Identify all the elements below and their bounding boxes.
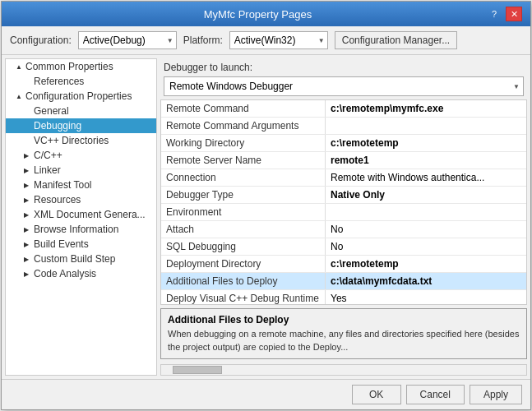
props-value-3: remote1	[326, 152, 374, 169]
props-name-0: Remote Command	[161, 100, 326, 117]
platform-select[interactable]: Active(Win32)	[229, 31, 328, 49]
props-row-10[interactable]: Additional Files to Deployc:\data\mymfcd…	[161, 273, 526, 290]
sidebar-label-xml-doc: XML Document Genera...	[34, 209, 146, 220]
tree-arrow-custom-build: ▶	[24, 256, 32, 263]
props-row-0[interactable]: Remote Commandc:\remotemp\mymfc.exe	[161, 100, 526, 118]
tree-arrow-manifest-tool: ▶	[24, 182, 32, 189]
sidebar-label-manifest-tool: Manifest Tool	[34, 179, 91, 191]
config-select-wrapper: Active(Debug)	[78, 31, 177, 49]
sidebar-item-custom-build[interactable]: ▶Custom Build Step	[6, 252, 156, 266]
props-row-4[interactable]: ConnectionRemote with Windows authentica…	[161, 169, 526, 187]
sidebar-label-linker: Linker	[34, 164, 61, 176]
props-name-10: Additional Files to Deploy	[161, 273, 326, 289]
right-panel: Debugger to launch: Remote Windows Debug…	[160, 58, 527, 376]
props-name-6: Environment	[161, 204, 326, 220]
tree-arrow-config-props: ▲	[16, 93, 24, 100]
sidebar-item-vc-dirs[interactable]: VC++ Directories	[6, 133, 156, 148]
sidebar-item-browse-info[interactable]: ▶Browse Information	[6, 222, 156, 237]
cancel-button[interactable]: Cancel	[406, 385, 465, 404]
sidebar-label-browse-info: Browse Information	[34, 224, 118, 235]
props-value-8: No	[326, 238, 348, 255]
props-row-11[interactable]: Deploy Visual C++ Debug RuntimeYes	[161, 290, 526, 305]
sidebar-item-references[interactable]: References	[6, 74, 156, 89]
props-row-9[interactable]: Deployment Directoryc:\remotetemp	[161, 256, 526, 273]
sidebar-label-debugging: Debugging	[34, 120, 81, 132]
info-panel-text: When debugging on a remote machine, any …	[168, 328, 520, 353]
scrollbar-thumb[interactable]	[173, 366, 222, 374]
title-bar: MyMfc Property Pages ? ✕	[2, 2, 530, 26]
sidebar-item-resources[interactable]: ▶Resources	[6, 192, 156, 207]
props-row-7[interactable]: AttachNo	[161, 221, 526, 238]
apply-button[interactable]: Apply	[470, 385, 522, 404]
sidebar-item-cpp[interactable]: ▶C/C++	[6, 148, 156, 163]
props-row-5[interactable]: Debugger TypeNative Only	[161, 187, 526, 204]
sidebar-tree: ▲Common PropertiesReferences▲Configurati…	[5, 58, 157, 376]
tree-arrow-linker: ▶	[24, 167, 32, 174]
props-value-6	[326, 204, 335, 220]
props-name-8: SQL Debugging	[161, 238, 326, 255]
debugger-label: Debugger to launch:	[164, 62, 252, 73]
props-value-9: c:\remotetemp	[326, 256, 404, 272]
sidebar-item-code-analysis[interactable]: ▶Code Analysis	[6, 266, 156, 281]
props-row-8[interactable]: SQL DebuggingNo	[161, 238, 526, 256]
sidebar-item-general[interactable]: General	[6, 104, 156, 118]
sidebar-item-xml-doc[interactable]: ▶XML Document Genera...	[6, 207, 156, 222]
sidebar-label-resources: Resources	[34, 194, 81, 206]
props-value-10: c:\data\mymfcdata.txt	[326, 273, 437, 289]
props-name-1: Remote Command Arguments	[161, 118, 326, 134]
configuration-select[interactable]: Active(Debug)	[78, 31, 177, 49]
props-value-7: No	[326, 221, 348, 238]
dialog-title: MyMfc Property Pages	[30, 8, 486, 21]
platform-label: Platform:	[183, 35, 223, 46]
horizontal-scrollbar[interactable]	[160, 364, 527, 376]
tree-arrow-common-props: ▲	[16, 63, 24, 71]
help-button[interactable]: ?	[486, 7, 502, 21]
main-content: ▲Common PropertiesReferences▲Configurati…	[2, 55, 530, 379]
debugger-row: Debugger to launch:	[160, 58, 527, 73]
sidebar-item-manifest-tool[interactable]: ▶Manifest Tool	[6, 178, 156, 192]
properties-grid: Remote Commandc:\remotemp\mymfc.exeRemot…	[160, 99, 527, 305]
props-value-1	[326, 118, 335, 134]
bottom-bar: OK Cancel Apply	[2, 379, 530, 409]
platform-select-wrapper: Active(Win32)	[229, 31, 328, 49]
sidebar-label-cpp: C/C++	[34, 150, 62, 161]
sidebar-item-linker[interactable]: ▶Linker	[6, 163, 156, 178]
info-panel: Additional Files to Deploy When debuggin…	[160, 308, 527, 359]
tree-arrow-cpp: ▶	[24, 152, 32, 159]
title-buttons: ? ✕	[486, 7, 522, 21]
sidebar-item-build-events[interactable]: ▶Build Events	[6, 237, 156, 252]
props-name-3: Remote Server Name	[161, 152, 326, 169]
close-button[interactable]: ✕	[506, 7, 522, 21]
config-label: Configuration:	[10, 35, 72, 46]
sidebar-label-vc-dirs: VC++ Directories	[34, 135, 109, 146]
debugger-select-wrapper: Remote Windows Debugger	[164, 76, 524, 96]
debugger-select[interactable]: Remote Windows Debugger	[164, 76, 524, 96]
tree-arrow-resources: ▶	[24, 196, 32, 204]
property-pages-dialog: MyMfc Property Pages ? ✕ Configuration: …	[1, 1, 531, 410]
props-value-5: Native Only	[326, 187, 390, 203]
props-row-1[interactable]: Remote Command Arguments	[161, 118, 526, 135]
ok-button[interactable]: OK	[352, 385, 401, 404]
props-row-3[interactable]: Remote Server Nameremote1	[161, 152, 526, 169]
props-name-5: Debugger Type	[161, 187, 326, 203]
info-panel-title: Additional Files to Deploy	[168, 314, 520, 326]
props-name-9: Deployment Directory	[161, 256, 326, 272]
sidebar-label-references: References	[34, 76, 84, 87]
sidebar-item-config-props[interactable]: ▲Configuration Properties	[6, 89, 156, 104]
sidebar-label-general: General	[34, 105, 69, 117]
props-row-6[interactable]: Environment	[161, 204, 526, 221]
props-value-4: Remote with Windows authentica...	[326, 169, 489, 186]
config-manager-button[interactable]: Configuration Manager...	[335, 31, 457, 49]
sidebar-label-code-analysis: Code Analysis	[34, 268, 96, 279]
sidebar-item-debugging[interactable]: Debugging	[6, 118, 156, 133]
sidebar-item-common-props[interactable]: ▲Common Properties	[6, 59, 156, 74]
props-value-0: c:\remotemp\mymfc.exe	[326, 100, 448, 117]
sidebar-label-config-props: Configuration Properties	[25, 90, 132, 102]
props-row-2[interactable]: Working Directoryc:\remotetemp	[161, 135, 526, 152]
props-value-11: Yes	[326, 290, 352, 305]
sidebar-label-build-events: Build Events	[34, 238, 89, 250]
tree-arrow-code-analysis: ▶	[24, 270, 32, 278]
props-value-2: c:\remotetemp	[326, 135, 404, 151]
config-bar: Configuration: Active(Debug) Platform: A…	[2, 26, 530, 55]
props-name-11: Deploy Visual C++ Debug Runtime	[161, 290, 326, 305]
